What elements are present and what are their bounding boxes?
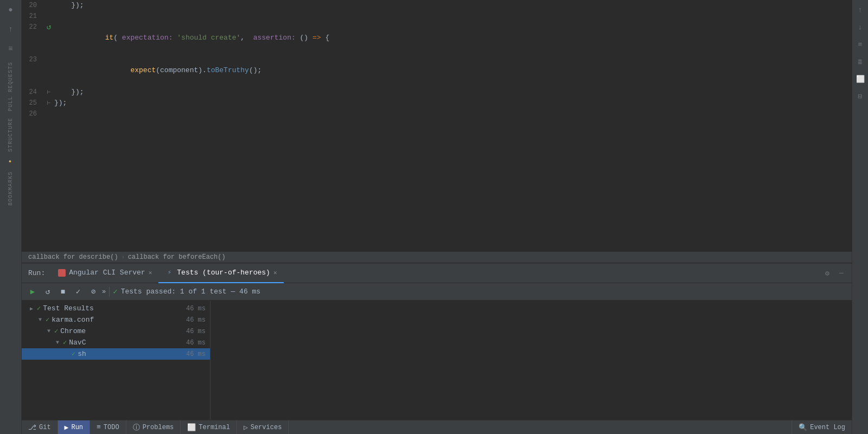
code-editor[interactable]: 20 }); 21 22 ↺ it( expectation: 'should … — [22, 0, 852, 252]
run-panel: Run: Angular CLI Server ✕ ⚡ Tests (tour-… — [22, 263, 852, 420]
tree-item-sh[interactable]: ✓ sh 46 ms — [22, 348, 210, 360]
status-services[interactable]: ▷ Services — [237, 420, 289, 434]
tree-item-test-results[interactable]: ▶ ✓ Test Results 46 ms — [22, 303, 210, 314]
line-num-23: 23 — [22, 54, 43, 65]
expand-chrome[interactable]: ▼ — [46, 328, 52, 334]
gutter-22[interactable]: ↺ — [43, 22, 54, 33]
run-icon: ▶ — [65, 423, 69, 432]
status-services-label: Services — [251, 424, 282, 431]
expand-karma[interactable]: ▼ — [37, 317, 43, 323]
status-problems[interactable]: ⓘ Problems — [126, 420, 181, 434]
tab-tests-label: Tests (tour-of-heroes) — [177, 269, 270, 277]
sidebar-icon-menu[interactable]: ≡ — [1, 39, 21, 59]
tab-tests[interactable]: ⚡ Tests (tour-of-heroes) ✕ — [158, 264, 283, 283]
tree-item-karma[interactable]: ▼ ✓ karma.conf 46 ms — [22, 314, 210, 326]
status-terminal[interactable]: ⬜ Terminal — [181, 420, 237, 434]
run-results: ▶ ✓ Test Results 46 ms ▼ ✓ karma.conf 46… — [22, 301, 852, 420]
code-line-22: 22 ↺ it( expectation: 'should create', a… — [22, 22, 852, 54]
sidebar-label-favorites[interactable]: ★ — [8, 155, 14, 168]
event-log-icon: 🔍 — [799, 423, 807, 432]
right-icon-print[interactable]: ⬜ — [853, 72, 868, 87]
breadcrumb-item-1[interactable]: callback for describe() — [28, 253, 118, 261]
time-test-results: 46 ms — [186, 305, 206, 312]
todo-icon: ≡ — [97, 423, 101, 431]
status-bar: ⎇ Git ▶ Run ≡ TODO ⓘ Problems ⬜ Terminal… — [22, 420, 852, 434]
status-git[interactable]: ⎇ Git — [22, 420, 58, 434]
check-karma: ✓ — [46, 316, 49, 324]
right-icon-down[interactable]: ↓ — [853, 20, 868, 35]
right-icon-up[interactable]: ↑ — [853, 2, 868, 17]
line-num-21: 21 — [22, 11, 43, 22]
check-navc: ✓ — [63, 339, 67, 347]
tab-angular-cli[interactable]: Angular CLI Server ✕ — [52, 264, 158, 283]
right-icon-lines[interactable]: ≡ — [853, 37, 868, 52]
time-karma: 46 ms — [186, 316, 206, 324]
code-line-25: 25 ⊢ }); — [22, 98, 852, 108]
code-line-26: 26 — [22, 108, 852, 119]
more-button[interactable]: » — [102, 288, 106, 296]
run-tabs-bar: Run: Angular CLI Server ✕ ⚡ Tests (tour-… — [22, 264, 852, 283]
line-num-25: 25 — [22, 98, 43, 108]
right-icon-sort[interactable]: ≣ — [853, 54, 868, 69]
tab-angular-cli-label: Angular CLI Server — [69, 269, 145, 277]
left-sidebar: ● ↑ ≡ Pull Requests Structure ★ Bookmark… — [0, 0, 22, 434]
status-right: 🔍 Event Log — [792, 420, 852, 434]
breadcrumb-separator: › — [122, 254, 125, 260]
toolbar-separator — [109, 287, 110, 297]
tree-item-navc[interactable]: ▼ ✓ NavC 46 ms — [22, 337, 210, 348]
play-button[interactable]: ▶ — [26, 285, 39, 298]
expand-test-results[interactable]: ▶ — [28, 305, 35, 312]
code-line-20: 20 }); — [22, 0, 852, 11]
expand-navc[interactable]: ▼ — [54, 340, 61, 346]
line-num-22: 22 — [22, 22, 43, 33]
stop-button[interactable]: ■ — [56, 285, 69, 298]
label-navc: NavC — [69, 339, 182, 347]
line-content-24: }); — [54, 87, 852, 98]
status-todo[interactable]: ≡ TODO — [90, 420, 126, 434]
status-run[interactable]: ▶ Run — [58, 420, 90, 434]
settings-icon[interactable]: ⚙ — [821, 267, 833, 279]
right-sidebar: ↑ ↓ ≡ ≣ ⬜ ⊟ — [852, 0, 868, 434]
sidebar-icon-upload[interactable]: ↑ — [1, 20, 21, 39]
status-run-label: Run — [71, 424, 83, 431]
status-check-icon: ✓ — [113, 287, 117, 296]
run-label: Run: — [22, 269, 52, 277]
sidebar-label-bookmarks[interactable]: Bookmarks — [8, 168, 14, 209]
label-test-results: Test Results — [43, 304, 182, 312]
status-todo-label: TODO — [104, 424, 119, 431]
test-tree: ▶ ✓ Test Results 46 ms ▼ ✓ karma.conf 46… — [22, 301, 210, 420]
line-content-22: it( expectation: 'should create', assert… — [54, 22, 852, 54]
minimize-icon[interactable]: — — [835, 267, 847, 279]
code-line-24: 24 ⊢ }); — [22, 87, 852, 98]
right-icon-list[interactable]: ⊟ — [853, 89, 868, 104]
status-event-log-label: Event Log — [810, 424, 845, 431]
line-num-24: 24 — [22, 87, 43, 98]
tab-angular-cli-close[interactable]: ✕ — [149, 269, 152, 276]
tree-item-chrome[interactable]: ▼ ✓ Chrome 46 ms — [22, 326, 210, 337]
rerun-button[interactable]: ↺ — [41, 285, 54, 298]
tab-tests-close[interactable]: ✕ — [273, 269, 277, 276]
angular-cli-icon — [58, 269, 66, 277]
time-chrome: 46 ms — [186, 328, 206, 335]
breadcrumb-item-2[interactable]: callback for beforeEach() — [128, 253, 226, 261]
terminal-icon: ⬜ — [187, 423, 196, 432]
status-git-label: Git — [39, 424, 51, 431]
main-layout: ● ↑ ≡ Pull Requests Structure ★ Bookmark… — [0, 0, 868, 434]
line-num-20: 20 — [22, 0, 43, 11]
gutter-24: ⊢ — [43, 87, 54, 98]
cancel-button[interactable]: ⊘ — [87, 285, 100, 298]
check-test-results: ✓ — [37, 304, 41, 312]
line-num-26: 26 — [22, 108, 43, 119]
line-content-25: }); — [54, 98, 852, 108]
test-output — [210, 301, 852, 420]
status-event-log[interactable]: 🔍 Event Log — [792, 420, 852, 434]
sidebar-label-pull-requests[interactable]: Pull Requests — [8, 59, 14, 114]
sidebar-icon-circle[interactable]: ● — [1, 0, 21, 20]
test-status: ✓ Tests passed: 1 of 1 test — 46 ms — [113, 287, 260, 296]
center-content: 20 }); 21 22 ↺ it( expectation: 'should … — [22, 0, 852, 434]
sidebar-label-structure[interactable]: Structure — [8, 114, 14, 155]
label-karma: karma.conf — [52, 316, 182, 324]
time-sh: 46 ms — [186, 350, 206, 358]
check-button[interactable]: ✓ — [72, 285, 85, 298]
code-lines: 20 }); 21 22 ↺ it( expectation: 'should … — [22, 0, 852, 119]
